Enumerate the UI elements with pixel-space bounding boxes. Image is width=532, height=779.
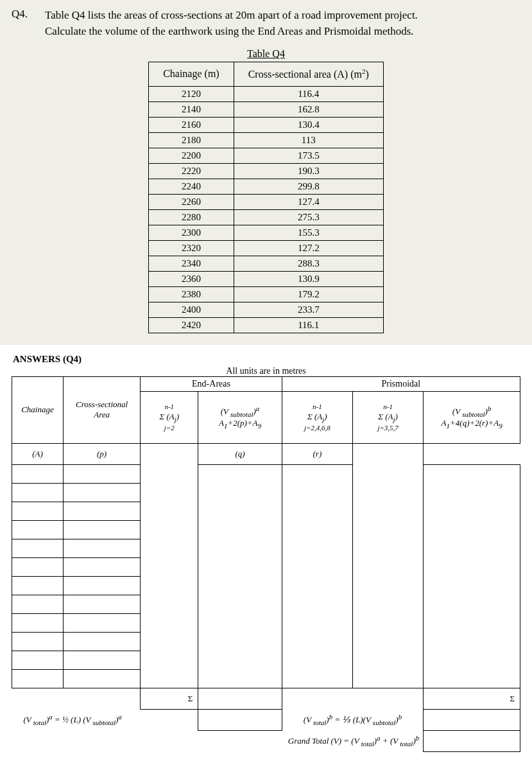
data-cell-chainage: 2200 [149, 148, 234, 163]
cell [282, 464, 352, 688]
formula-vtotal-a: (V total)a = ½ (L) (V subtotal)a [12, 709, 198, 730]
hdr-vsub-b: (V subtotal)b A1+4(q)+2(r)+A9 [424, 391, 520, 443]
data-cell-area: 162.8 [234, 101, 383, 117]
question-line1: Table Q4 lists the areas of cross-sectio… [45, 9, 418, 21]
grand-total-result [424, 730, 520, 751]
sigma-p: Σ [141, 688, 198, 709]
sigma-p-val [198, 688, 282, 709]
hdr-sum-p: n-1 Σ (Aj) j=2 [141, 391, 198, 443]
data-cell-chainage: 2260 [149, 194, 234, 209]
data-cell-area: 116.1 [234, 317, 383, 333]
question-line2: Calculate the volume of the earthwork us… [45, 25, 414, 37]
data-table-caption: Table Q4 [247, 48, 285, 60]
data-cell-area: 155.3 [234, 225, 383, 240]
data-cell-area: 116.4 [234, 86, 383, 101]
data-cell-area: 130.4 [234, 117, 383, 132]
cell [63, 576, 140, 595]
cell [12, 539, 64, 557]
units-note: All units are in metres [12, 366, 520, 376]
data-table: Chainage (m) Cross-sectional area (A) (m… [148, 62, 384, 333]
cell [12, 730, 282, 751]
data-cell-chainage: 2420 [149, 317, 234, 333]
hdr-cross-area: Cross-sectional Area [63, 376, 140, 443]
question-number: Q4. [12, 8, 45, 39]
cell-p-label: (p) [63, 443, 140, 464]
data-cell-area: 288.3 [234, 256, 383, 271]
cell [63, 632, 140, 651]
cell [12, 595, 64, 613]
cell [63, 539, 140, 557]
cell [63, 483, 140, 502]
cell [63, 502, 140, 520]
data-cell-area: 299.8 [234, 179, 383, 194]
data-cell-area: 233.7 [234, 302, 383, 317]
question-header: Q4. Table Q4 lists the areas of cross-se… [12, 8, 520, 39]
formula-vtotal-b: (V total)b = ⅓ (L)(V subtotal)b [282, 709, 424, 730]
cell [12, 613, 64, 632]
cell-q-label: (q) [198, 443, 282, 464]
data-cell-area: 173.5 [234, 148, 383, 163]
data-cell-area: 113 [234, 132, 383, 148]
cell [63, 557, 140, 576]
data-cell-area: 190.3 [234, 163, 383, 179]
cell [12, 651, 64, 669]
cell [63, 651, 140, 669]
cell-a-label: (A) [12, 443, 64, 464]
data-cell-chainage: 2340 [149, 256, 234, 271]
hdr-end-areas: End-Areas [141, 376, 282, 391]
data-cell-chainage: 2360 [149, 271, 234, 286]
cell [63, 464, 140, 483]
cell [12, 520, 64, 539]
question-text: Table Q4 lists the areas of cross-sectio… [45, 8, 520, 39]
data-cell-area: 130.9 [234, 271, 383, 286]
data-table-wrap: Table Q4 Chainage (m) Cross-sectional ar… [12, 48, 520, 333]
data-cell-area: 275.3 [234, 209, 383, 225]
sigma-b: Σ [424, 688, 520, 709]
cell [12, 632, 64, 651]
cell [12, 464, 64, 483]
answers-block: ANSWERS (Q4) All units are in metres Cha… [0, 345, 532, 764]
cell [63, 520, 140, 539]
cell [12, 669, 64, 688]
cell [282, 688, 424, 709]
data-cell-area: 179.2 [234, 286, 383, 302]
data-cell-chainage: 2180 [149, 132, 234, 148]
hdr-vsub-a: (V subtotal)a A1+2(p)+A9 [198, 391, 282, 443]
data-cell-chainage: 2280 [149, 209, 234, 225]
data-col-chainage: Chainage (m) [149, 62, 234, 86]
data-cell-chainage: 2380 [149, 286, 234, 302]
data-cell-chainage: 2220 [149, 163, 234, 179]
hdr-prismoidal: Prismoidal [282, 376, 520, 391]
cell [63, 613, 140, 632]
cell [12, 576, 64, 595]
cell [12, 502, 64, 520]
cell-vsub-a-body [141, 443, 198, 688]
data-cell-chainage: 2160 [149, 117, 234, 132]
data-cell-chainage: 2140 [149, 101, 234, 117]
question-block: Q4. Table Q4 lists the areas of cross-se… [0, 0, 532, 345]
hdr-sum-q: n-1 Σ (Aj) j=2,4,6,8 [282, 391, 352, 443]
cell [12, 483, 64, 502]
cell [424, 464, 520, 688]
cell [63, 669, 140, 688]
formula-a-result [198, 709, 282, 730]
data-col-area: Cross-sectional area (A) (m2) [234, 62, 383, 86]
cell [12, 557, 64, 576]
hdr-chainage: Chainage [12, 376, 64, 443]
data-cell-chainage: 2240 [149, 179, 234, 194]
data-cell-chainage: 2300 [149, 225, 234, 240]
data-cell-chainage: 2320 [149, 240, 234, 256]
data-cell-area: 127.2 [234, 240, 383, 256]
data-cell-chainage: 2120 [149, 86, 234, 101]
cell-r-label: (r) [282, 443, 352, 464]
data-cell-area: 127.4 [234, 194, 383, 209]
cell [12, 688, 141, 709]
col2-prefix: Cross-sectional area (A) (m [248, 69, 362, 80]
cell [63, 595, 140, 613]
formula-b-result [424, 709, 520, 730]
col2-suffix: ) [366, 69, 369, 80]
answers-title: ANSWERS (Q4) [13, 354, 520, 365]
data-cell-chainage: 2400 [149, 302, 234, 317]
hdr-sum-r: n-1 Σ (Aj) j=3,5,7 [353, 391, 424, 443]
cell [198, 464, 282, 688]
